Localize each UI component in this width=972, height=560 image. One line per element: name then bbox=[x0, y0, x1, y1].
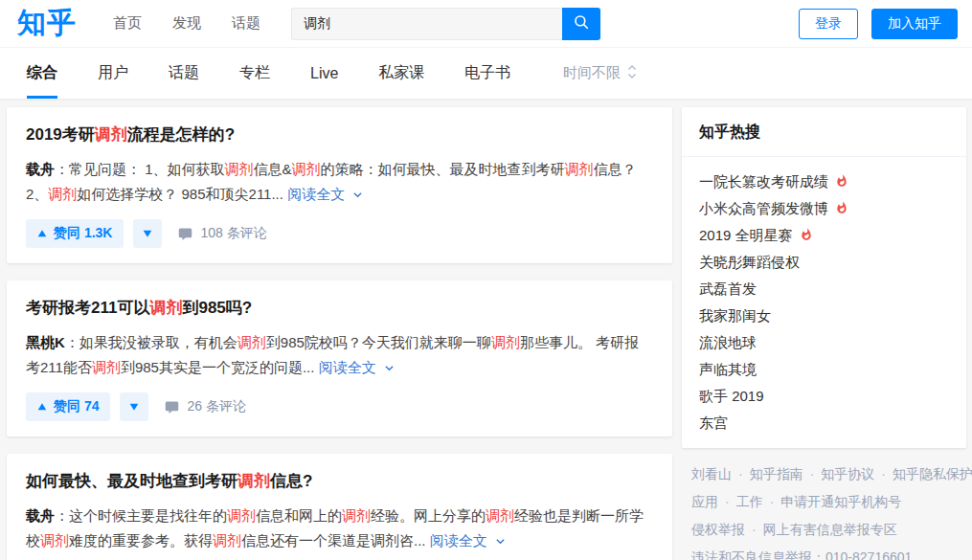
read-more-link[interactable]: 阅读全文 bbox=[319, 359, 395, 375]
flame-icon bbox=[800, 228, 813, 244]
hot-search-item-label: 东宫 bbox=[699, 414, 728, 433]
result-title[interactable]: 考研报考211可以调剂到985吗? bbox=[26, 297, 653, 319]
comments-link[interactable]: 26 条评论 bbox=[165, 398, 245, 415]
nav-item[interactable]: 首页 bbox=[113, 14, 142, 33]
sort-chevrons-icon bbox=[627, 64, 637, 82]
tab[interactable]: 专栏 bbox=[239, 48, 270, 99]
hot-search-item[interactable]: 声临其境 bbox=[699, 356, 949, 383]
result-actions: 赞同 1.3K 108 条评论 bbox=[26, 219, 653, 248]
tab[interactable]: 综合 bbox=[27, 48, 57, 99]
highlight-keyword: 调剂 bbox=[40, 532, 69, 549]
time-filter-dropdown[interactable]: 时间不限 bbox=[563, 64, 637, 82]
tab[interactable]: 电子书 bbox=[464, 48, 510, 99]
search-result-card: 2019考研调剂流程是怎样的? 载舟：常见问题： 1、如何获取调剂信息&调剂的策… bbox=[7, 107, 672, 263]
tabs: 综合 用户 话题 专栏 Live 私家课 电子书 bbox=[27, 48, 510, 99]
result-snippet: 载舟：常见问题： 1、如何获取调剂信息&调剂的策略：如何最快、最及时地查到考研调… bbox=[26, 157, 653, 207]
main-content: 2019考研调剂流程是怎样的? 载舟：常见问题： 1、如何获取调剂信息&调剂的策… bbox=[0, 100, 972, 560]
chevron-down-icon bbox=[495, 536, 506, 547]
zhihu-logo[interactable]: 知乎 bbox=[17, 4, 77, 43]
read-more-label: 阅读全文 bbox=[287, 186, 349, 202]
result-author[interactable]: 黑桃K bbox=[26, 334, 65, 350]
footer-link[interactable]: 知乎指南 bbox=[750, 466, 803, 482]
hot-search-item[interactable]: 我家那闺女 bbox=[699, 302, 949, 329]
triangle-up-icon bbox=[37, 229, 47, 238]
hot-search-item[interactable]: 东宫 bbox=[699, 410, 949, 437]
highlight-keyword: 调剂 bbox=[491, 334, 520, 350]
header-actions: 登录 加入知乎 bbox=[799, 9, 958, 39]
hot-search-item-label: 我家那闺女 bbox=[699, 307, 771, 325]
result-title[interactable]: 2019考研调剂流程是怎样的? bbox=[26, 123, 653, 146]
footer-link[interactable]: 违法和不良信息举报：010-82716601 bbox=[691, 549, 912, 560]
footer-link[interactable]: 知乎隐私保护指引 bbox=[893, 466, 972, 482]
text-segment: 信息还有一个渠道是调剂咨... bbox=[241, 532, 426, 549]
footer-link[interactable]: 应用 bbox=[691, 494, 718, 509]
search-tabbar: 综合 用户 话题 专栏 Live 私家课 电子书 时间不限 bbox=[0, 48, 972, 100]
search-input[interactable] bbox=[291, 8, 562, 40]
nav-item[interactable]: 发现 bbox=[172, 14, 201, 33]
highlight-keyword: 调剂 bbox=[213, 532, 241, 549]
comment-bubble-icon bbox=[165, 400, 179, 414]
hot-search-item[interactable]: 小米众高管频发微博 bbox=[699, 195, 949, 222]
footer-line: 应用·工作·申请开通知乎机构号 bbox=[691, 488, 966, 516]
hot-search-item[interactable]: 流浪地球 bbox=[699, 329, 949, 356]
result-author[interactable]: 载舟 bbox=[26, 507, 55, 524]
result-snippet: 黑桃K：如果我没被录取，有机会调剂到985院校吗？今天我们就来聊一聊调剂那些事儿… bbox=[26, 330, 653, 380]
tab[interactable]: 话题 bbox=[169, 48, 199, 99]
text-segment: 考研报考211可以 bbox=[26, 299, 149, 317]
text-segment: ：常见问题： 1、如何获取 bbox=[55, 161, 225, 177]
footer-link[interactable]: 侵权举报 bbox=[691, 522, 745, 537]
footer-link[interactable]: 知乎协议 bbox=[821, 466, 874, 482]
triangle-down-icon bbox=[143, 229, 152, 238]
highlight-keyword: 调剂 bbox=[292, 161, 321, 177]
footer-separator: · bbox=[732, 466, 750, 482]
footer-line: 刘看山·知乎指南·知乎协议·知乎隐私保护指引 bbox=[691, 460, 966, 488]
tab[interactable]: 用户 bbox=[98, 48, 128, 99]
hot-search-item[interactable]: 歌手 2019 bbox=[699, 383, 949, 410]
read-more-link[interactable]: 阅读全文 bbox=[287, 186, 363, 202]
search-button[interactable] bbox=[562, 8, 600, 40]
text-segment: ：这个时候主要是找往年的 bbox=[55, 507, 227, 524]
footer-link[interactable]: 网上有害信息举报专区 bbox=[763, 522, 897, 537]
footer-link[interactable]: 刘看山 bbox=[691, 466, 732, 482]
highlight-keyword: 调剂 bbox=[486, 507, 514, 524]
read-more-link[interactable]: 阅读全文 bbox=[430, 532, 506, 549]
hot-search-item[interactable]: 武磊首发 bbox=[699, 276, 949, 302]
highlight-keyword: 调剂 bbox=[237, 334, 266, 350]
downvote-button[interactable] bbox=[133, 219, 162, 248]
result-title[interactable]: 如何最快、最及时地查到考研调剂信息? bbox=[26, 470, 653, 492]
hot-search-item-label: 小米众高管频发微博 bbox=[699, 200, 828, 218]
highlight-keyword: 调剂 bbox=[227, 507, 256, 524]
comments-link[interactable]: 108 条评论 bbox=[178, 225, 266, 242]
hot-search-item[interactable]: 2019 全明星赛 bbox=[699, 222, 949, 249]
comment-label: 108 条评论 bbox=[200, 225, 266, 242]
hot-search-item-label: 流浪地球 bbox=[699, 334, 757, 352]
footer-link[interactable]: 申请开通知乎机构号 bbox=[780, 494, 901, 509]
upvote-button[interactable]: 赞同 1.3K bbox=[26, 219, 124, 248]
join-button[interactable]: 加入知乎 bbox=[871, 9, 958, 39]
text-segment: 到985其实是一个宽泛的问题... bbox=[121, 359, 315, 375]
tab[interactable]: Live bbox=[310, 48, 338, 99]
downvote-button[interactable] bbox=[120, 392, 148, 421]
highlight-keyword: 调剂 bbox=[237, 472, 270, 490]
hot-search-item[interactable]: 关晓彤舞蹈侵权 bbox=[699, 249, 949, 276]
nav-item[interactable]: 话题 bbox=[232, 14, 260, 33]
hot-search-item[interactable]: 一院长篡改考研成绩 bbox=[699, 168, 949, 195]
read-more-label: 阅读全文 bbox=[319, 359, 380, 375]
footer-link[interactable]: 工作 bbox=[736, 494, 763, 509]
upvote-button[interactable]: 赞同 74 bbox=[26, 392, 110, 421]
read-more-label: 阅读全文 bbox=[430, 532, 491, 549]
text-segment: 如何最快、最及时地查到考研 bbox=[26, 472, 237, 490]
flame-icon bbox=[835, 174, 848, 190]
text-segment: 2019考研 bbox=[26, 125, 95, 144]
comment-bubble-icon bbox=[178, 227, 192, 241]
highlight-keyword: 调剂 bbox=[95, 125, 127, 144]
login-button[interactable]: 登录 bbox=[799, 9, 858, 39]
footer-line: 侵权举报·网上有害信息举报专区 bbox=[691, 516, 966, 544]
result-author[interactable]: 载舟 bbox=[26, 161, 55, 177]
chevron-down-icon bbox=[384, 363, 395, 373]
hot-search-card: 知乎热搜 一院长篡改考研成绩 小米众高管频发微博 2019 全明星赛 关晓彤舞蹈… bbox=[682, 107, 966, 448]
text-segment: 难度的重要参考。获得 bbox=[69, 532, 213, 549]
tab[interactable]: 私家课 bbox=[378, 48, 424, 99]
hot-search-item-label: 2019 全明星赛 bbox=[699, 227, 793, 245]
hot-search-item-label: 歌手 2019 bbox=[699, 388, 764, 406]
